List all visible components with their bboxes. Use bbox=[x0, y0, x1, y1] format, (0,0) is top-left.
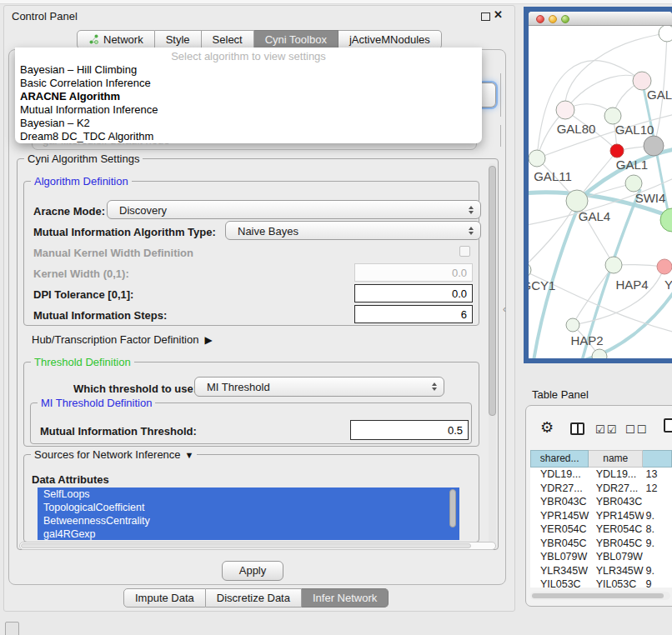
data-attribute-item[interactable]: TopologicalCoefficient bbox=[38, 501, 459, 514]
aracne-mode-combobox[interactable]: Discovery bbox=[107, 200, 481, 219]
table-row[interactable]: YBL079WYBL079W bbox=[530, 550, 672, 564]
data-attribute-item[interactable]: BetweennessCentrality bbox=[38, 514, 459, 528]
tab-cyni-toolbox[interactable]: Cyni Toolbox bbox=[254, 30, 339, 49]
network-edge[interactable] bbox=[529, 201, 577, 269]
column-header[interactable]: name bbox=[589, 450, 643, 468]
tab-style[interactable]: Style bbox=[155, 30, 202, 49]
column-header[interactable]: shared... bbox=[530, 450, 589, 468]
node-label: HAP2 bbox=[570, 333, 603, 348]
table-cell: YIL053C bbox=[589, 578, 644, 588]
manual-kernel-width-label: Manual Kernel Width Definition bbox=[33, 247, 193, 259]
tab-network[interactable]: Network bbox=[77, 30, 155, 49]
network-node-hap4[interactable] bbox=[605, 257, 622, 273]
network-edge[interactable] bbox=[573, 267, 664, 325]
control-panel-tabs: NetworkStyleSelectCyni ToolboxjActiveMNo… bbox=[77, 30, 442, 49]
table-scrollbar-thumb[interactable] bbox=[532, 593, 664, 598]
table-row[interactable]: YDR27...YDR27...12 bbox=[530, 482, 672, 496]
table-cell: YDR27... bbox=[530, 482, 589, 494]
data-attribute-item[interactable]: SelfLoops bbox=[38, 488, 459, 501]
list-scrollbar-thumb[interactable] bbox=[449, 489, 456, 528]
table-cell: YDL19... bbox=[530, 468, 589, 480]
node-label: GCY1 bbox=[529, 278, 555, 292]
table-panel-title: Table Panel bbox=[532, 388, 589, 401]
node-label: GAL1 bbox=[616, 158, 648, 172]
collapse-down-icon[interactable]: ▼ bbox=[185, 450, 194, 460]
tab-jactivemnodules[interactable]: jActiveMNodules bbox=[339, 30, 442, 49]
mi-algorithm-type-combobox[interactable]: Naive Bayes bbox=[225, 221, 481, 240]
network-canvas[interactable]: GALGAL80GAL10GAL1GAL11SWI4GAL4GCY1HAP4YH… bbox=[529, 26, 672, 358]
node-label: GAL80 bbox=[557, 122, 596, 136]
network-node[interactable] bbox=[644, 136, 664, 156]
algorithm-option[interactable]: Bayesian – K2 bbox=[15, 117, 482, 130]
gear-icon[interactable]: ⚙ bbox=[540, 418, 554, 437]
apply-button[interactable]: Apply bbox=[222, 561, 283, 581]
network-edge[interactable] bbox=[582, 290, 672, 358]
zoom-traffic-light-icon[interactable] bbox=[561, 15, 569, 23]
close-icon[interactable]: ✕ bbox=[494, 8, 503, 21]
select-all-checkboxes-icon[interactable]: ☑☑ bbox=[595, 423, 618, 436]
table-row[interactable]: YLR345WYLR345W9. bbox=[530, 564, 672, 578]
expand-right-icon[interactable]: ▶ bbox=[204, 334, 212, 346]
columns-icon[interactable] bbox=[570, 422, 584, 435]
aracne-mode-label: Aracne Mode: bbox=[33, 205, 105, 218]
network-icon bbox=[88, 34, 99, 45]
table-cell: YBR045C bbox=[589, 538, 644, 549]
minimized-panel-button[interactable] bbox=[5, 622, 19, 635]
hub-transcription-factor-section[interactable]: Hub/Transcription Factor Definition ▶ bbox=[32, 333, 213, 346]
dropdown-placeholder: Select algorithm to view settings bbox=[15, 50, 482, 63]
table-cell: YPR145W bbox=[530, 510, 589, 522]
network-window-titlebar[interactable] bbox=[529, 12, 672, 26]
table-cell: YBL079W bbox=[589, 551, 644, 562]
manual-kernel-width-checkbox[interactable] bbox=[459, 246, 470, 257]
table-row[interactable]: YER054CYER054C8. bbox=[530, 522, 672, 537]
column-header[interactable] bbox=[643, 450, 672, 468]
tab-select[interactable]: Select bbox=[202, 30, 254, 49]
which-threshold-combobox[interactable]: MI Threshold bbox=[194, 377, 444, 397]
group-border-fragment bbox=[500, 73, 501, 117]
close-traffic-light-icon[interactable] bbox=[536, 15, 544, 23]
network-node-gal1[interactable] bbox=[610, 144, 624, 158]
algorithm-option[interactable]: ARACNE Algorithm bbox=[15, 90, 482, 103]
dpi-tolerance-input[interactable] bbox=[354, 284, 473, 302]
tab-infer-network[interactable]: Infer Network bbox=[302, 588, 389, 608]
algorithm-dropdown-popup: Select algorithm to view settings Bayesi… bbox=[15, 48, 482, 143]
network-node-gal10[interactable] bbox=[604, 108, 621, 124]
network-node-gal80[interactable] bbox=[556, 101, 574, 119]
algorithm-option[interactable]: Dream8 DC_TDC Algorithm bbox=[15, 130, 482, 143]
mi-steps-input[interactable] bbox=[354, 305, 473, 323]
table-row[interactable]: YIL053CYIL053C9 bbox=[530, 578, 672, 588]
table-row[interactable]: YPR145WYPR145W9. bbox=[530, 509, 672, 523]
node-label: HAP4 bbox=[615, 278, 648, 292]
kernel-width-input[interactable] bbox=[354, 263, 473, 282]
panel-collapse-handle[interactable]: ‹ bbox=[503, 303, 506, 315]
mi-threshold-input[interactable] bbox=[350, 420, 469, 440]
minimize-traffic-light-icon[interactable] bbox=[549, 15, 557, 23]
network-node-gal11[interactable] bbox=[529, 150, 545, 167]
group-title: MI Threshold Definition bbox=[38, 397, 155, 409]
node-label: Y bbox=[664, 278, 672, 292]
table-row[interactable]: YBR043CYBR043C bbox=[530, 495, 672, 509]
group-title: Cyni Algorithm Settings bbox=[24, 152, 143, 165]
settings-scrollbar-thumb[interactable] bbox=[489, 166, 496, 416]
table-function-icon[interactable] bbox=[664, 418, 672, 432]
network-node-swi4[interactable] bbox=[625, 175, 642, 192]
table-row[interactable]: YDL19...YDL19...13 bbox=[530, 468, 672, 482]
network-node-hap2[interactable] bbox=[566, 318, 579, 332]
data-attributes-list[interactable]: SelfLoopsTopologicalCoefficientBetweenne… bbox=[38, 488, 459, 540]
tab-impute-data[interactable]: Impute Data bbox=[123, 588, 206, 608]
algorithm-option[interactable]: Basic Correlation Inference bbox=[15, 77, 482, 90]
horizontal-scrollbar-thumb[interactable] bbox=[21, 543, 471, 548]
kernel-width-label: Kernel Width (0,1): bbox=[33, 268, 129, 280]
inference-algorithm-combobox-sliver[interactable] bbox=[482, 82, 496, 108]
network-node[interactable] bbox=[659, 26, 672, 42]
network-node-gcy1[interactable] bbox=[529, 262, 531, 278]
float-window-icon[interactable] bbox=[481, 12, 490, 21]
algorithm-option[interactable]: Mutual Information Inference bbox=[15, 103, 482, 117]
data-attribute-item[interactable]: gal4RGexp bbox=[38, 528, 459, 540]
table-row[interactable]: YBR045CYBR045C9. bbox=[530, 537, 672, 551]
algorithm-option[interactable]: Bayesian – Hill Climbing bbox=[15, 63, 482, 77]
tab-discretize-data[interactable]: Discretize Data bbox=[206, 588, 302, 608]
network-node-y[interactable] bbox=[657, 259, 672, 274]
network-window[interactable]: GALGAL80GAL10GAL1GAL11SWI4GAL4GCY1HAP4YH… bbox=[529, 12, 672, 358]
deselect-all-checkboxes-icon[interactable]: ☐☐ bbox=[625, 423, 648, 436]
